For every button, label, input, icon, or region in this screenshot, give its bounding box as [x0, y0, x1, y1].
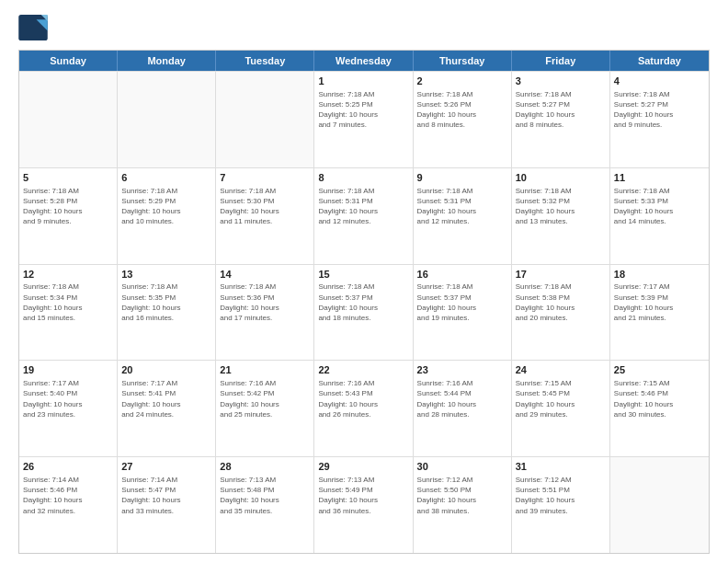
day-number: 13 [121, 268, 211, 282]
day-number: 18 [614, 268, 705, 282]
day-info: Sunrise: 7:16 AM Sunset: 5:43 PM Dayligh… [318, 378, 408, 419]
day-number: 28 [220, 460, 310, 474]
logo [18, 15, 51, 40]
calendar-row: 1Sunrise: 7:18 AM Sunset: 5:25 PM Daylig… [19, 71, 709, 167]
day-info: Sunrise: 7:18 AM Sunset: 5:28 PM Dayligh… [23, 186, 113, 227]
day-cell: 18Sunrise: 7:17 AM Sunset: 5:39 PM Dayli… [610, 265, 709, 361]
day-info: Sunrise: 7:15 AM Sunset: 5:45 PM Dayligh… [516, 378, 606, 419]
day-number: 16 [417, 268, 507, 282]
day-info: Sunrise: 7:12 AM Sunset: 5:51 PM Dayligh… [516, 475, 606, 516]
day-number: 26 [23, 460, 113, 474]
day-cell: 3Sunrise: 7:18 AM Sunset: 5:27 PM Daylig… [512, 72, 610, 167]
calendar-row: 5Sunrise: 7:18 AM Sunset: 5:28 PM Daylig… [19, 167, 709, 264]
day-info: Sunrise: 7:18 AM Sunset: 5:37 PM Dayligh… [318, 282, 408, 323]
weekday-header: Monday [118, 51, 216, 71]
day-cell: 2Sunrise: 7:18 AM Sunset: 5:26 PM Daylig… [414, 72, 512, 167]
day-cell: 10Sunrise: 7:18 AM Sunset: 5:32 PM Dayli… [512, 168, 610, 264]
day-info: Sunrise: 7:16 AM Sunset: 5:44 PM Dayligh… [417, 378, 507, 419]
day-cell: 11Sunrise: 7:18 AM Sunset: 5:33 PM Dayli… [610, 168, 709, 264]
day-info: Sunrise: 7:18 AM Sunset: 5:34 PM Dayligh… [23, 282, 113, 323]
day-cell: 29Sunrise: 7:13 AM Sunset: 5:49 PM Dayli… [314, 457, 413, 553]
day-number: 24 [516, 363, 606, 377]
day-number: 22 [318, 363, 408, 377]
day-number: 15 [318, 268, 408, 282]
day-cell: 24Sunrise: 7:15 AM Sunset: 5:45 PM Dayli… [512, 361, 610, 456]
day-number: 12 [23, 268, 113, 282]
day-cell: 28Sunrise: 7:13 AM Sunset: 5:48 PM Dayli… [216, 457, 314, 553]
calendar-row: 12Sunrise: 7:18 AM Sunset: 5:34 PM Dayli… [19, 264, 709, 361]
day-number: 27 [121, 460, 211, 474]
weekday-header: Thursday [414, 51, 512, 71]
day-number: 1 [318, 75, 408, 88]
day-cell: 4Sunrise: 7:18 AM Sunset: 5:27 PM Daylig… [610, 72, 709, 167]
empty-cell [19, 72, 118, 167]
day-number: 7 [220, 171, 310, 185]
day-info: Sunrise: 7:17 AM Sunset: 5:40 PM Dayligh… [23, 378, 113, 419]
day-cell: 13Sunrise: 7:18 AM Sunset: 5:35 PM Dayli… [118, 265, 216, 361]
day-number: 10 [516, 171, 606, 185]
day-number: 17 [516, 268, 606, 282]
day-cell: 8Sunrise: 7:18 AM Sunset: 5:31 PM Daylig… [314, 168, 413, 264]
day-cell: 7Sunrise: 7:18 AM Sunset: 5:30 PM Daylig… [216, 168, 314, 264]
weekday-header: Sunday [19, 51, 118, 71]
day-cell: 26Sunrise: 7:14 AM Sunset: 5:46 PM Dayli… [19, 457, 118, 553]
day-cell: 12Sunrise: 7:18 AM Sunset: 5:34 PM Dayli… [19, 265, 118, 361]
day-cell: 21Sunrise: 7:16 AM Sunset: 5:42 PM Dayli… [216, 361, 314, 456]
day-info: Sunrise: 7:18 AM Sunset: 5:31 PM Dayligh… [318, 186, 408, 227]
day-cell: 30Sunrise: 7:12 AM Sunset: 5:50 PM Dayli… [414, 457, 512, 553]
day-number: 30 [417, 460, 507, 474]
calendar-row: 19Sunrise: 7:17 AM Sunset: 5:40 PM Dayli… [19, 360, 709, 456]
day-cell: 20Sunrise: 7:17 AM Sunset: 5:41 PM Dayli… [118, 361, 216, 456]
day-info: Sunrise: 7:18 AM Sunset: 5:27 PM Dayligh… [516, 89, 606, 131]
day-info: Sunrise: 7:14 AM Sunset: 5:46 PM Dayligh… [23, 475, 113, 516]
day-cell: 25Sunrise: 7:15 AM Sunset: 5:46 PM Dayli… [610, 361, 709, 456]
weekday-header: Tuesday [216, 51, 314, 71]
day-info: Sunrise: 7:18 AM Sunset: 5:36 PM Dayligh… [220, 282, 310, 323]
day-cell: 16Sunrise: 7:18 AM Sunset: 5:37 PM Dayli… [414, 265, 512, 361]
empty-cell [610, 457, 709, 553]
calendar: SundayMondayTuesdayWednesdayThursdayFrid… [18, 50, 710, 554]
day-info: Sunrise: 7:18 AM Sunset: 5:33 PM Dayligh… [614, 186, 705, 227]
calendar-body: 1Sunrise: 7:18 AM Sunset: 5:25 PM Daylig… [19, 71, 709, 553]
calendar-header-row: SundayMondayTuesdayWednesdayThursdayFrid… [19, 51, 709, 71]
day-number: 31 [516, 460, 606, 474]
day-cell: 6Sunrise: 7:18 AM Sunset: 5:29 PM Daylig… [118, 168, 216, 264]
day-number: 2 [417, 75, 507, 88]
header [18, 15, 710, 40]
day-number: 8 [318, 171, 408, 185]
day-cell: 14Sunrise: 7:18 AM Sunset: 5:36 PM Dayli… [216, 265, 314, 361]
day-info: Sunrise: 7:18 AM Sunset: 5:25 PM Dayligh… [318, 89, 408, 131]
day-info: Sunrise: 7:18 AM Sunset: 5:35 PM Dayligh… [121, 282, 211, 323]
weekday-header: Saturday [610, 51, 709, 71]
day-cell: 22Sunrise: 7:16 AM Sunset: 5:43 PM Dayli… [314, 361, 413, 456]
day-info: Sunrise: 7:18 AM Sunset: 5:37 PM Dayligh… [417, 282, 507, 323]
calendar-row: 26Sunrise: 7:14 AM Sunset: 5:46 PM Dayli… [19, 456, 709, 553]
logo-icon [18, 15, 48, 40]
day-info: Sunrise: 7:16 AM Sunset: 5:42 PM Dayligh… [220, 378, 310, 419]
day-number: 19 [23, 363, 113, 377]
day-info: Sunrise: 7:18 AM Sunset: 5:32 PM Dayligh… [516, 186, 606, 227]
day-info: Sunrise: 7:17 AM Sunset: 5:39 PM Dayligh… [614, 282, 705, 323]
day-info: Sunrise: 7:15 AM Sunset: 5:46 PM Dayligh… [614, 378, 705, 419]
day-cell: 15Sunrise: 7:18 AM Sunset: 5:37 PM Dayli… [314, 265, 413, 361]
day-info: Sunrise: 7:17 AM Sunset: 5:41 PM Dayligh… [121, 378, 211, 419]
day-cell: 27Sunrise: 7:14 AM Sunset: 5:47 PM Dayli… [118, 457, 216, 553]
day-info: Sunrise: 7:13 AM Sunset: 5:48 PM Dayligh… [220, 475, 310, 516]
day-number: 4 [614, 75, 705, 88]
day-number: 23 [417, 363, 507, 377]
day-number: 6 [121, 171, 211, 185]
day-cell: 1Sunrise: 7:18 AM Sunset: 5:25 PM Daylig… [314, 72, 413, 167]
empty-cell [118, 72, 216, 167]
day-info: Sunrise: 7:13 AM Sunset: 5:49 PM Dayligh… [318, 475, 408, 516]
day-cell: 31Sunrise: 7:12 AM Sunset: 5:51 PM Dayli… [512, 457, 610, 553]
day-info: Sunrise: 7:18 AM Sunset: 5:29 PM Dayligh… [121, 186, 211, 227]
day-cell: 5Sunrise: 7:18 AM Sunset: 5:28 PM Daylig… [19, 168, 118, 264]
day-cell: 23Sunrise: 7:16 AM Sunset: 5:44 PM Dayli… [414, 361, 512, 456]
day-number: 21 [220, 363, 310, 377]
day-info: Sunrise: 7:18 AM Sunset: 5:30 PM Dayligh… [220, 186, 310, 227]
svg-rect-0 [18, 15, 48, 40]
day-info: Sunrise: 7:18 AM Sunset: 5:31 PM Dayligh… [417, 186, 507, 227]
day-info: Sunrise: 7:12 AM Sunset: 5:50 PM Dayligh… [417, 475, 507, 516]
day-number: 29 [318, 460, 408, 474]
day-number: 14 [220, 268, 310, 282]
